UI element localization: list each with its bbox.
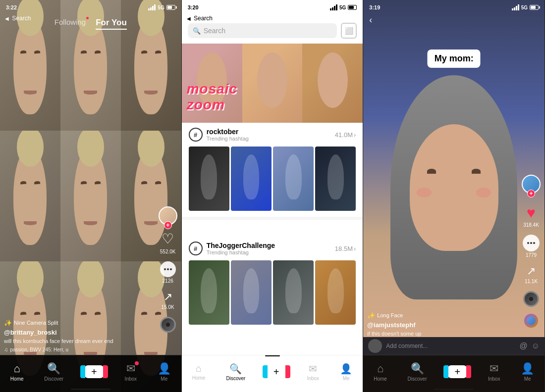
user-avatar-comment-3 [368, 339, 382, 353]
tab-plus-2[interactable]: + [267, 365, 286, 378]
video-thumb-2-3[interactable] [273, 260, 314, 325]
comment-input-3[interactable]: Add comment... [386, 343, 515, 349]
discover-icon-1: 🔍 [47, 362, 60, 375]
back-button-3[interactable]: ‹ [369, 15, 372, 25]
share-button-1[interactable]: ↗ 15.0K [162, 291, 174, 310]
hashtag-info-2: TheJoggerChallenge Trending hashtag [207, 242, 275, 255]
back-search-2[interactable]: Search [187, 15, 213, 22]
tab-home-1[interactable]: ⌂ Home [10, 362, 24, 382]
share-button-3[interactable]: ↗ 11.1K [525, 265, 538, 284]
eye-right-3 [472, 169, 481, 174]
search-input-wrap[interactable]: 🔍 Search [188, 23, 337, 38]
scan-icon[interactable]: ⬜ [341, 23, 357, 39]
hashtag-section-1[interactable]: # rocktober Trending hashtag 41.0M › [182, 123, 363, 220]
tab-inbox-3[interactable]: ✉ Inbox [488, 362, 500, 382]
video-thumb-1-3[interactable] [273, 147, 314, 211]
sparkle-icon-3: ✨ [367, 312, 375, 319]
mosaic-banner[interactable]: mosaic zoom [182, 44, 363, 123]
signal-icon-1 [148, 4, 156, 10]
comment-button-1[interactable]: 2126 [160, 261, 176, 284]
tab-discover-3[interactable]: 🔍 Discover [408, 362, 427, 382]
tab-me-1[interactable]: 👤 Me [158, 362, 171, 382]
tab-plus-3[interactable]: + [447, 365, 467, 378]
hashtag-header-1: # rocktober Trending hashtag 41.0M › [182, 123, 363, 144]
video-thumb-1-4[interactable] [315, 147, 356, 211]
video-info-1: ✨ Nine Camera Split @brittany_broski wil… [4, 318, 157, 352]
tab-home-2[interactable]: ⌂ Home [192, 363, 206, 381]
network-type-2: 5G [339, 5, 346, 10]
follow-plus-1[interactable]: + [164, 221, 172, 229]
status-indicators-3: 5G [512, 4, 539, 10]
following-dot [86, 17, 89, 19]
mosaic-face-3 [302, 44, 363, 123]
network-type-3: 5G [521, 5, 528, 10]
status-indicators-1: 5G [148, 4, 175, 10]
battery-icon-2 [348, 5, 357, 10]
tab-home-3[interactable]: ⌂ Home [374, 362, 387, 382]
comment-bar-3: Add comment... @ ☺ [363, 337, 545, 355]
search-placeholder-2: Search [204, 27, 225, 35]
inbox-icon-3: ✉ [490, 362, 498, 375]
mymom-bubble: My mom: [428, 49, 481, 68]
hashtag-section-2[interactable]: # TheJoggerChallenge Trending hashtag 18… [182, 237, 363, 331]
emoji-icon-3[interactable]: ☺ [532, 342, 540, 350]
status-bar-2: 3:20 5G [182, 0, 363, 15]
foryou-tab[interactable]: For You [96, 18, 127, 30]
creator-avatar-3[interactable]: + [522, 175, 541, 194]
hashtag-name-2: TheJoggerChallenge [207, 242, 275, 249]
following-tab[interactable]: Following [54, 18, 86, 30]
comment-button-3[interactable]: 1779 [523, 235, 540, 258]
username-1[interactable]: @brittany_broski [4, 329, 157, 336]
hashtag-info-1: rocktober Trending hashtag [207, 128, 249, 142]
tab-discover-2[interactable]: 🔍 Discover [226, 363, 246, 381]
tab-bar-1: ⌂ Home 🔍 Discover + ✉ Inbox 👤 Me [0, 355, 181, 392]
tab-inbox-1[interactable]: ✉ Inbox [125, 362, 137, 382]
effect-badge-1: ✨ Nine Camera Split [4, 319, 58, 327]
caption-3: if this doesn't some up [367, 330, 517, 337]
me-icon-2: 👤 [340, 363, 352, 375]
music-disc-1 [160, 317, 176, 333]
top-nav-3: ‹ [363, 15, 545, 25]
top-nav-1: Following For You [0, 15, 181, 33]
panel-2: 3:20 5G Search 🔍 Search ⬜ [182, 0, 364, 392]
tab-discover-1[interactable]: 🔍 Discover [44, 362, 63, 382]
face-3 [390, 95, 517, 290]
mosaic-text: mosaic zoom [187, 81, 238, 113]
music-disc-3 [523, 291, 539, 307]
tab-plus-1[interactable]: + [84, 365, 104, 378]
video-thumb-2-1[interactable] [189, 260, 229, 325]
hashtag-sub-2: Trending hashtag [207, 249, 275, 255]
hashtag-name-1: rocktober [207, 128, 249, 136]
hash-symbol-1: # [189, 128, 203, 142]
face-features-3 [410, 134, 498, 251]
video-thumb-2-2[interactable] [231, 260, 272, 325]
tab-me-3[interactable]: 👤 Me [521, 362, 534, 382]
home-icon-3: ⌂ [377, 362, 383, 375]
video-thumb-2-4[interactable] [315, 260, 356, 325]
at-icon-3[interactable]: @ [519, 342, 527, 350]
face-cell-5 [60, 131, 121, 261]
comment-icons-3: @ ☺ [519, 342, 540, 350]
follow-plus-3[interactable]: + [527, 190, 535, 197]
video-thumb-1-1[interactable] [189, 147, 229, 211]
signal-icon-2 [330, 4, 337, 10]
active-tab-underline-2 [265, 355, 280, 356]
panel-3: 3:19 5G ‹ [363, 0, 545, 392]
username-3[interactable]: @iamjuststephf [367, 321, 517, 329]
like-count-1: 552.0K [160, 249, 176, 254]
like-button-1[interactable]: ♡ 552.0K [160, 232, 176, 254]
tab-inbox-2[interactable]: ✉ Inbox [307, 363, 319, 381]
hashtag-header-2: # TheJoggerChallenge Trending hashtag 18… [182, 237, 363, 257]
comment-count-1: 2126 [163, 278, 173, 284]
battery-icon-1 [166, 5, 175, 10]
search-bar-2: 🔍 Search ⬜ [182, 20, 363, 42]
tab-me-2[interactable]: 👤 Me [340, 363, 352, 381]
status-bar-3: 3:19 5G [363, 0, 545, 15]
tab-bar-2: ⌂ Home 🔍 Discover + ✉ Inbox 👤 Me [182, 355, 363, 392]
like-button-3[interactable]: ♥ 318.4K [523, 204, 539, 228]
hashtag-left-2: # TheJoggerChallenge Trending hashtag [189, 242, 275, 255]
video-content-3 [363, 30, 545, 355]
heart-icon-3: ♥ [527, 204, 536, 221]
video-thumb-1-2[interactable] [231, 147, 272, 211]
creator-avatar-1[interactable]: + [159, 206, 177, 225]
